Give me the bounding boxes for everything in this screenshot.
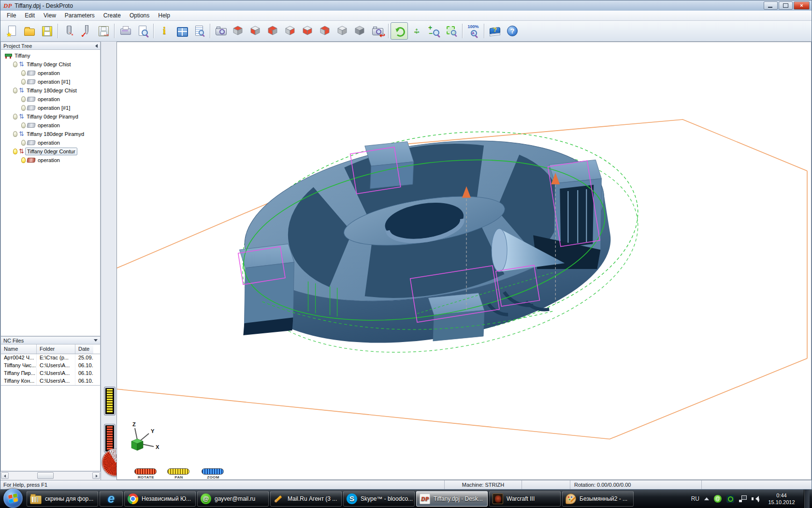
visibility-bulb-icon[interactable] bbox=[21, 122, 26, 128]
menu-file[interactable]: File bbox=[2, 11, 20, 20]
view-top-button[interactable] bbox=[230, 22, 247, 40]
tree-item-label[interactable]: operation [#1] bbox=[36, 78, 72, 85]
snapshot-button[interactable] bbox=[212, 22, 230, 40]
layout-button[interactable] bbox=[173, 22, 190, 40]
visibility-bulb-icon[interactable] bbox=[13, 149, 17, 154]
taskbar-button-mailru-agent-chat[interactable]: Mail.Ru Агент (3 ... bbox=[270, 491, 342, 507]
visibility-bulb-icon[interactable] bbox=[21, 96, 26, 102]
tree-item[interactable]: operation [#1] bbox=[1, 77, 100, 86]
tree-item-label[interactable]: Tiffany bbox=[13, 52, 31, 59]
project-tree-header[interactable]: Project Tree bbox=[0, 42, 101, 50]
new-button[interactable]: ★ bbox=[3, 22, 21, 40]
title-bar[interactable]: DP Tiffany.dpj - DeskProto × bbox=[0, 0, 812, 11]
visibility-bulb-icon[interactable] bbox=[21, 105, 26, 111]
view-shaded-button[interactable] bbox=[351, 22, 369, 40]
maximize-button[interactable] bbox=[779, 1, 793, 10]
taskbar-button-chrome[interactable]: Независимый Ю... bbox=[124, 491, 196, 507]
hidden-icons-arrow[interactable] bbox=[704, 497, 709, 500]
scroll-left-button[interactable] bbox=[1, 472, 9, 479]
nc-file-row[interactable]: Tiffany Кон...C:\Users\A...06.10.2 bbox=[1, 377, 100, 385]
scroll-thumb[interactable] bbox=[37, 472, 54, 479]
visibility-bulb-icon[interactable] bbox=[13, 131, 17, 137]
nc-column-date[interactable]: Date bbox=[75, 344, 93, 354]
tree-item[interactable]: Tiffany bbox=[1, 51, 100, 60]
menu-parameters[interactable]: Parameters bbox=[60, 11, 99, 20]
tree-item[interactable]: ⇅Tiffany 0degr Chist bbox=[1, 60, 100, 69]
tree-item-label[interactable]: Tiffany 180degr Piramyd bbox=[25, 131, 86, 137]
taskbar-button-deskproto[interactable]: DPTiffany.dpj - Desk... bbox=[416, 491, 488, 507]
minimize-button[interactable] bbox=[764, 1, 778, 10]
tree-item-label[interactable]: operation bbox=[36, 122, 61, 129]
nc-file-row[interactable]: Арт0042 Ч...E:\Стас (р...25.09.2 bbox=[1, 354, 100, 362]
help-book-button[interactable]: ? bbox=[486, 22, 504, 40]
rotate-gauge[interactable]: ROTATE bbox=[134, 468, 158, 479]
language-indicator[interactable]: RU bbox=[691, 495, 699, 502]
print-button[interactable] bbox=[116, 22, 134, 40]
tree-item-label[interactable]: operation bbox=[36, 96, 61, 103]
tree-item[interactable]: operation bbox=[1, 95, 100, 104]
tree-item[interactable]: operation [#1] bbox=[1, 104, 100, 112]
taskbar-button-mailru-agent[interactable]: @gayver@mail.ru bbox=[197, 491, 269, 507]
view-right-button[interactable] bbox=[317, 22, 334, 40]
tree-item[interactable]: ⇅Tiffany 180degr Piramyd bbox=[1, 130, 100, 138]
tree-item[interactable]: ⇅Tiffany 0degr Piramyd bbox=[1, 112, 100, 121]
zoom-100-button[interactable]: 100%A bbox=[464, 22, 482, 40]
visibility-bulb-icon[interactable] bbox=[21, 70, 26, 76]
statistics-button[interactable] bbox=[190, 22, 208, 40]
clock[interactable]: 0:44 15.10.2012 bbox=[764, 492, 799, 506]
tree-item[interactable]: operation bbox=[1, 156, 100, 164]
volume-tray-icon[interactable] bbox=[752, 495, 759, 503]
tree-item-label[interactable]: Tiffany 0degr Contur bbox=[25, 148, 77, 155]
save-nc-button[interactable]: → bbox=[95, 22, 112, 40]
pan-gauge[interactable]: PAN bbox=[167, 468, 190, 479]
help-button[interactable]: ? bbox=[504, 22, 521, 40]
save-button[interactable] bbox=[38, 22, 56, 40]
tree-item-label[interactable]: operation bbox=[36, 139, 61, 146]
visibility-bulb-icon[interactable] bbox=[13, 88, 17, 93]
menu-create[interactable]: Create bbox=[99, 11, 125, 20]
visibility-bulb-icon[interactable] bbox=[21, 140, 26, 146]
view-left-button[interactable] bbox=[264, 22, 282, 40]
view-reset-button[interactable]: ↩ bbox=[369, 22, 386, 40]
tree-item-selected[interactable]: ⇅Tiffany 0degr Contur bbox=[1, 147, 100, 156]
print-preview-button[interactable] bbox=[134, 22, 151, 40]
taskbar-button-skype[interactable]: SSkype™ - bloodco... bbox=[343, 491, 415, 507]
visibility-bulb-icon[interactable] bbox=[21, 157, 26, 163]
tree-item-label[interactable]: operation [#1] bbox=[36, 105, 72, 111]
menu-options[interactable]: Options bbox=[125, 11, 154, 20]
view-iso-button[interactable] bbox=[334, 22, 351, 40]
start-button[interactable] bbox=[3, 489, 23, 508]
tree-item[interactable]: operation bbox=[1, 138, 100, 147]
rotate-gauge-bar[interactable] bbox=[134, 468, 157, 475]
tree-item[interactable]: ⇅Tiffany 180degr Chist bbox=[1, 86, 100, 95]
taskbar-button-warcraft[interactable]: Warcraft III bbox=[489, 491, 561, 507]
pan-gauge-bar[interactable] bbox=[167, 468, 189, 475]
tree-item-label[interactable]: operation bbox=[36, 70, 61, 76]
chevron-down-icon[interactable] bbox=[94, 339, 98, 342]
horizontal-scrollbar[interactable] bbox=[0, 471, 101, 480]
tree-item-label[interactable]: Tiffany 0degr Chist bbox=[25, 61, 72, 68]
menu-view[interactable]: View bbox=[39, 11, 60, 20]
viewport-canvas[interactable]: Z Y X ROTATE PAN bbox=[116, 42, 812, 480]
visibility-bulb-icon[interactable] bbox=[21, 79, 26, 85]
nc-column-name[interactable]: Name bbox=[1, 344, 37, 354]
show-desktop-button[interactable] bbox=[804, 490, 810, 508]
tree-item-label[interactable]: operation bbox=[36, 157, 61, 164]
nc-column-folder[interactable]: Folder bbox=[37, 344, 75, 354]
zoom-gauge[interactable]: ZOOM bbox=[202, 468, 225, 479]
nc-file-row[interactable]: Tiiffany Чис...C:\Users\A...06.10.2 bbox=[1, 362, 100, 370]
network-tray-icon[interactable] bbox=[739, 495, 747, 503]
tree-item[interactable]: operation bbox=[1, 121, 100, 130]
visibility-bulb-icon[interactable] bbox=[13, 114, 17, 120]
view-bottom-button[interactable] bbox=[299, 22, 317, 40]
tree-item-label[interactable]: Tiffany 180degr Chist bbox=[25, 87, 78, 94]
mailru-tray-icon[interactable]: @ bbox=[714, 495, 722, 503]
menu-edit[interactable]: Edit bbox=[20, 11, 39, 20]
open-button[interactable] bbox=[21, 22, 38, 40]
visibility-bulb-icon[interactable] bbox=[13, 61, 17, 67]
zoom-gauge-bar[interactable] bbox=[202, 468, 224, 475]
zoom-button[interactable]: +− bbox=[425, 22, 443, 40]
menu-help[interactable]: Help bbox=[154, 11, 174, 20]
collapse-left-icon[interactable] bbox=[95, 44, 98, 48]
scroll-right-button[interactable] bbox=[92, 472, 100, 479]
